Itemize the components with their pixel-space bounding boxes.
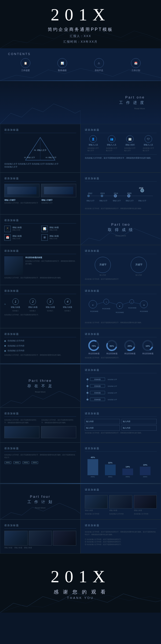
mini-photo-1 — [4, 426, 39, 438]
donut-4: 10% — [142, 339, 154, 352]
heading-7-right: 请添加标题 — [85, 368, 157, 373]
tag-3: PPP3 — [23, 461, 29, 464]
svg-text:添加标题: 添加标题 — [94, 392, 101, 394]
svg-point-7 — [101, 195, 103, 197]
svg-text:请输入文字: 请输入文字 — [86, 200, 94, 202]
svg-point-53 — [87, 379, 88, 380]
slide-row-7: Part three 存 在 不 足 Read More 请添加标题 添加标题 … — [0, 364, 161, 408]
svg-point-55 — [87, 392, 88, 394]
heading-8a-right: 请添加标题 — [85, 412, 157, 417]
col-2: 在此处输入文字内容，该文字是图表的说明文字，请根据您的需要对此进行编辑。 — [41, 419, 76, 424]
kw2-text: 在此处输入文字 — [41, 202, 76, 204]
v-timeline-svg: 添加标题 添加标题 添加标题 添加标题 在此处输入文字 在此处输入文字 在此处输… — [85, 375, 155, 402]
part-one-section: Part one 工 作 进 度 Read More — [119, 95, 145, 110]
photo-desc-3: 在此处输入文字内容 — [134, 513, 157, 515]
svg-text:50%: 50% — [109, 345, 114, 347]
half-final-text: 请添加标题 在此处输入文字内容，该文字是图表的说明文字，请根据您的需要对此进行编… — [80, 519, 161, 554]
dot-item-2: 在此处输入文字内容 — [4, 345, 76, 347]
num-item-2: 2 请输入标题 在此输入 — [28, 298, 38, 312]
dot-item-3: 在此处输入文字内容 — [4, 349, 76, 352]
num-item-4: 4 请输入标题 在此输入 — [63, 298, 72, 312]
part-two-section: Part two 取 得 成 绩 Read More — [108, 222, 134, 237]
circle-label-1: 单击添加标题 — [88, 352, 100, 355]
svg-rect-70 — [105, 464, 116, 475]
icon-item-4: 🖥 请输入标题 请输入内容 — [41, 234, 76, 241]
thankyou-sub: THANK YOU — [67, 596, 94, 599]
svg-text:请输入文字: 请输入文字 — [99, 200, 107, 202]
triangle-text-1: 在此处输入文字 在此处输入文字 在此处输入文字 在此处输入文字 — [4, 163, 76, 166]
heading-6b-left: 请添加标题 — [4, 332, 76, 337]
people-icon-2: 👥 — [108, 135, 115, 143]
svg-point-10 — [141, 189, 144, 192]
circle-label-2: 单击添加标题 — [106, 352, 118, 355]
svg-text:在此处输入文字: 在此处输入文字 — [108, 399, 117, 400]
num-desc-4: 在此输入 — [64, 310, 71, 312]
half-two-col: 请添加标题 在此处输入文字内容，该文字是图表的说明文字，请根据您的需要对此进行编… — [0, 408, 80, 442]
arrow-icon: » — [4, 303, 6, 306]
svg-text:PPP3: PPP3 — [126, 476, 130, 478]
heading-5a-left: 请添加标题 — [4, 219, 76, 224]
numbered-extra: 在此处输入文字内容，该文字是图表的说明文字。 — [4, 314, 76, 316]
slide-row-4b: 请添加标题 请输入关键字 在此处输入文字内容，该文字是图表的说明文字 请输入关键… — [0, 173, 161, 214]
text-block-content: 在此处输入文字内容，该文字是图表的说明文字，请根据您的需要对此进行编辑，该文字是… — [4, 454, 76, 459]
svg-text:2013: 2013 — [100, 192, 105, 194]
half-note: 请添加标题 单击添加标题的标题 在此处输入文字内容，该文字是图表的说明文字，请根… — [0, 245, 80, 285]
half-keywords: 请添加标题 关键字 输入内容 关键字 输入内容 在此处输入文字内容，该文字是图表… — [80, 245, 161, 285]
title-year: 201X — [51, 5, 110, 25]
keyword-bubble-2: 关键字 — [131, 257, 147, 273]
heading-8b-left: 请添加标题 — [4, 447, 76, 452]
half-input-rows: 请添加标题 输入内容 输入内容 输入内容 输入内容 在此处输入文字内容，该文字是… — [80, 408, 161, 442]
svg-text:PPP1: PPP1 — [91, 476, 95, 478]
half-photo-cards: 请添加标题 请输入标题 在此处输入文字内容 请输入标题 在此处输入文字内容 请输… — [80, 484, 161, 519]
numbered-items-row: 1 请输入标题 在此输入 2 请输入标题 在此输入 3 请输入标题 在此输入 4… — [7, 298, 76, 312]
svg-text:2015: 2015 — [127, 192, 131, 194]
car-photos-row — [4, 184, 76, 197]
col-1: 在此处输入文字内容，该文字是图表的说明文字，请根据您的需要对此进行编辑。 — [4, 419, 39, 424]
heading-10-right: 请添加标题 — [85, 524, 157, 529]
svg-text:♥: ♥ — [92, 304, 93, 306]
svg-rect-71 — [122, 469, 133, 475]
slide-row-10: 请添加标题 请输入标题 请输入标题 请输入标题 请添加标题 在此处输入文字内容，… — [0, 519, 161, 554]
svg-text:单击添加标题: 单击添加标题 — [128, 307, 136, 309]
icon-label-4: 请输入标题 — [49, 235, 59, 237]
part-one-readmore: Read More — [119, 107, 145, 110]
dot-item-1: 在此处输入文字内容 — [4, 339, 76, 342]
contents-heading: CONTENTS — [8, 52, 153, 56]
heading-5b-left: 请添加标题 — [4, 249, 76, 254]
part-one-subtitle: 工 作 进 度 — [119, 100, 145, 105]
icon-item-1: 📱 请输入标题 请输入内容 — [4, 226, 39, 232]
dot-1 — [4, 340, 6, 342]
heading-4b-left: 请添加标题 — [4, 177, 76, 182]
donut-2: 50% — [106, 339, 118, 352]
kw1: 请输入关键字 — [4, 199, 39, 202]
svg-text:请输入文字: 请输入文字 — [126, 200, 134, 202]
slide-row-9: Part four 工 作 计 划 Read More 请添加标题 请输入标题 … — [0, 484, 161, 519]
final-text-block: 在此处输入文字内容，该文字是图表的说明文字，请根据您的需要对此进行编辑。该文字是… — [85, 531, 157, 536]
half-people-icons: 请添加标题 👤 请输入人员 在此处输入文字输入文字 👥 请输入人员 在此处输入文… — [80, 124, 161, 173]
heading-5b-right: 请添加标题 — [85, 249, 157, 254]
svg-text:在此处输入文字: 在此处输入文字 — [108, 379, 117, 380]
people-icon-3: 🏢 — [126, 135, 134, 143]
svg-text:请输入文字: 请输入文字 — [113, 200, 121, 202]
people-sub-text: 在此处输入文字内容，该文字是图表的说明文字，请根据您的需要对此进行编辑。 — [85, 157, 157, 160]
keyword-extra: 在此处输入文字内容，该文字是图表的说明文字 — [85, 278, 157, 281]
slide-row-8a: 请添加标题 在此处输入文字内容，该文字是图表的说明文字，请根据您的需要对此进行编… — [0, 408, 161, 442]
svg-line-27 — [109, 302, 116, 304]
num-item-3: 3 请输入标题 在此输入 — [46, 298, 55, 312]
icon-box-1: 📱 — [4, 226, 11, 232]
col-2-text: 在此处输入文字内容，该文字是图表的说明文字，请根据您的需要对此进行编辑。 — [41, 419, 76, 424]
timeline-vertical: 添加标题 添加标题 添加标题 添加标题 在此处输入文字 在此处输入文字 在此处输… — [85, 375, 157, 403]
num-3: 3 — [47, 298, 53, 305]
half-numbered: 请添加标题 » 1 请输入标题 在此输入 2 请输入标题 在此输入 3 请输入标… — [0, 285, 80, 328]
heading-4a-right: 请添加标题 — [85, 128, 157, 133]
photo-desc-2: 在此处输入文字内容 — [109, 513, 132, 515]
people-sub-1: 在此处输入文字输入文字 — [87, 147, 99, 152]
svg-text:添加标题: 添加标题 — [94, 385, 101, 387]
car-photo-1 — [4, 184, 39, 197]
kw1-text: 在此处输入文字内容，该文字是图表的说明文字 — [4, 202, 39, 204]
tag-4: PPP4 — [31, 461, 38, 464]
thankyou-text: 感 谢 您 的 观 看 — [54, 589, 107, 595]
mini-photo-2 — [41, 426, 76, 438]
svg-point-6 — [87, 195, 90, 197]
heading-4a-left: 请添加标题 — [4, 128, 76, 133]
